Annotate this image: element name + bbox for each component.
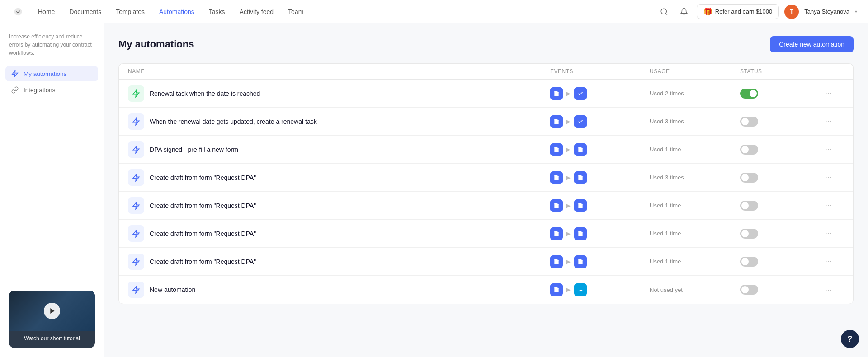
automation-icon bbox=[128, 282, 144, 298]
page-title: My automations bbox=[118, 38, 194, 50]
event-trigger-icon bbox=[550, 143, 563, 156]
sidebar-item-integrations-label: Integrations bbox=[24, 87, 56, 94]
col-name: Name bbox=[128, 68, 550, 75]
svg-point-1 bbox=[661, 9, 666, 14]
link-icon bbox=[11, 86, 19, 94]
row-usage-cell: Used 1 time bbox=[650, 258, 740, 265]
automation-toggle[interactable] bbox=[740, 285, 758, 295]
automation-name: Create draft from form "Request DPA" bbox=[150, 202, 256, 209]
automation-toggle[interactable] bbox=[740, 117, 758, 127]
topnav-right: 🎁 Refer and earn $1000 T Tanya Stoyanova… bbox=[657, 4, 857, 19]
automation-name: When the renewal date gets updated, crea… bbox=[150, 118, 317, 125]
more-options-button[interactable]: ··· bbox=[821, 199, 844, 212]
nav-links: Home Documents Templates Automations Tas… bbox=[33, 5, 657, 18]
automation-toggle[interactable] bbox=[740, 201, 758, 211]
row-status-cell bbox=[740, 145, 821, 155]
nav-team[interactable]: Team bbox=[283, 5, 309, 18]
user-name[interactable]: Tanya Stoyanova bbox=[804, 8, 849, 15]
automation-icon bbox=[128, 254, 144, 270]
table-row[interactable]: Create draft from form "Request DPA" ▶ bbox=[119, 192, 853, 220]
event-action-icon bbox=[574, 227, 587, 240]
event-action-icon bbox=[574, 171, 587, 184]
event-trigger-icon bbox=[550, 171, 563, 184]
event-action-icon bbox=[574, 115, 587, 128]
automation-name: Renewal task when the date is reached bbox=[150, 90, 260, 97]
refer-button[interactable]: 🎁 Refer and earn $1000 bbox=[697, 4, 779, 19]
automation-toggle[interactable] bbox=[740, 173, 758, 183]
more-options-button[interactable]: ··· bbox=[821, 143, 844, 156]
row-usage-cell: Used 3 times bbox=[650, 174, 740, 181]
avatar[interactable]: T bbox=[784, 5, 799, 19]
table-row[interactable]: Renewal task when the date is reached ▶ bbox=[119, 80, 853, 108]
automation-icon bbox=[128, 113, 144, 130]
row-name-cell: New automation bbox=[128, 282, 550, 298]
nav-tasks[interactable]: Tasks bbox=[203, 5, 231, 18]
event-arrow-icon: ▶ bbox=[566, 230, 571, 237]
sidebar-item-integrations[interactable]: Integrations bbox=[5, 82, 98, 98]
row-status-cell bbox=[740, 89, 821, 99]
more-options-button[interactable]: ··· bbox=[821, 115, 844, 128]
table-row[interactable]: Create draft from form "Request DPA" ▶ bbox=[119, 248, 853, 276]
table-row[interactable]: Create draft from form "Request DPA" ▶ bbox=[119, 164, 853, 192]
table-row[interactable]: New automation ▶ ☁ Not used yet bbox=[119, 276, 853, 304]
event-trigger-icon bbox=[550, 87, 563, 100]
nav-templates[interactable]: Templates bbox=[110, 5, 150, 18]
row-name-cell: When the renewal date gets updated, crea… bbox=[128, 113, 550, 130]
row-events-cell: ▶ bbox=[550, 115, 650, 128]
sidebar-item-my-automations-label: My automations bbox=[24, 70, 66, 77]
event-trigger-icon bbox=[550, 283, 563, 296]
event-arrow-icon: ▶ bbox=[566, 90, 571, 97]
table-row[interactable]: DPA signed - pre-fill a new form ▶ bbox=[119, 136, 853, 164]
col-status: Status bbox=[740, 68, 821, 75]
row-usage-cell: Used 3 times bbox=[650, 118, 740, 125]
automation-toggle[interactable] bbox=[740, 145, 758, 155]
more-options-button[interactable]: ··· bbox=[821, 227, 844, 240]
svg-point-0 bbox=[14, 8, 22, 15]
table-row[interactable]: When the renewal date gets updated, crea… bbox=[119, 108, 853, 136]
automation-icon bbox=[128, 169, 144, 186]
svg-marker-9 bbox=[133, 258, 139, 265]
nav-home[interactable]: Home bbox=[33, 5, 60, 18]
automation-icon bbox=[128, 85, 144, 102]
row-name-cell: Create draft from form "Request DPA" bbox=[128, 197, 550, 214]
automations-table: Name Events Usage Status Renewal task wh… bbox=[118, 63, 854, 304]
more-options-button[interactable]: ··· bbox=[821, 255, 844, 268]
row-usage-cell: Used 1 time bbox=[650, 230, 740, 237]
more-options-button[interactable]: ··· bbox=[821, 283, 844, 296]
event-action-icon bbox=[574, 87, 587, 100]
tutorial-play-button[interactable] bbox=[44, 303, 60, 319]
more-options-button[interactable]: ··· bbox=[821, 171, 844, 184]
gift-icon: 🎁 bbox=[703, 7, 712, 16]
row-status-cell bbox=[740, 229, 821, 239]
chevron-down-icon[interactable]: ▾ bbox=[855, 9, 857, 14]
svg-marker-5 bbox=[133, 146, 139, 153]
nav-documents[interactable]: Documents bbox=[64, 5, 107, 18]
automation-toggle[interactable] bbox=[740, 257, 758, 267]
svg-marker-11 bbox=[50, 308, 54, 314]
main-wrap: Increase efficiency and reduce errors by… bbox=[0, 0, 868, 357]
app-logo[interactable] bbox=[11, 5, 25, 19]
more-options-button[interactable]: ··· bbox=[821, 87, 844, 100]
automation-name: Create draft from form "Request DPA" bbox=[150, 230, 256, 237]
automation-icon bbox=[128, 197, 144, 214]
help-button[interactable]: ? bbox=[841, 330, 859, 348]
row-name-cell: Create draft from form "Request DPA" bbox=[128, 254, 550, 270]
svg-marker-2 bbox=[12, 70, 18, 76]
svg-marker-3 bbox=[133, 90, 139, 97]
row-usage-cell: Used 2 times bbox=[650, 90, 740, 97]
event-arrow-icon: ▶ bbox=[566, 146, 571, 153]
nav-automations[interactable]: Automations bbox=[154, 5, 200, 18]
search-button[interactable] bbox=[657, 5, 671, 19]
sidebar-item-my-automations[interactable]: My automations bbox=[5, 66, 98, 81]
row-status-cell bbox=[740, 201, 821, 211]
notifications-button[interactable] bbox=[677, 5, 691, 19]
table-row[interactable]: Create draft from form "Request DPA" ▶ bbox=[119, 220, 853, 248]
table-header: Name Events Usage Status bbox=[119, 64, 853, 80]
nav-activity-feed[interactable]: Activity feed bbox=[234, 5, 279, 18]
row-name-cell: Create draft from form "Request DPA" bbox=[128, 169, 550, 186]
automation-toggle[interactable] bbox=[740, 89, 758, 99]
create-automation-button[interactable]: Create new automation bbox=[770, 36, 854, 52]
svg-marker-6 bbox=[133, 174, 139, 181]
tutorial-label: Watch our short tutorial bbox=[9, 331, 95, 348]
automation-toggle[interactable] bbox=[740, 229, 758, 239]
